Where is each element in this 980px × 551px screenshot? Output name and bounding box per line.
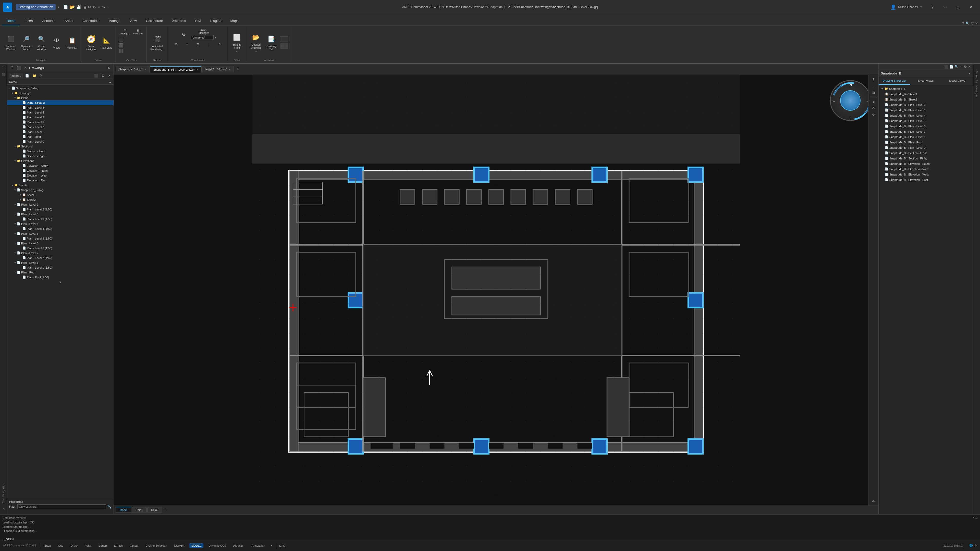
- cycling-btn[interactable]: Cycling Selection: [143, 543, 169, 548]
- filter-icon[interactable]: 🔧: [107, 505, 111, 509]
- tab-maps[interactable]: Maps: [226, 17, 243, 25]
- tree-sheet-plan5-sub[interactable]: 📄 Plan - Level 5 (1:50): [7, 236, 114, 241]
- amonitor-btn[interactable]: AMonitor: [231, 543, 247, 548]
- tree-elev-east[interactable]: 📄 Elevation - East: [7, 178, 114, 183]
- maximize-btn[interactable]: □: [952, 3, 964, 12]
- plan-view-btn[interactable]: 📐 Plan View: [99, 35, 114, 51]
- canvas-pan[interactable]: ✥: [871, 99, 876, 105]
- etrack-btn[interactable]: ETrack: [112, 543, 125, 548]
- animated-rendering-btn[interactable]: 🎬 AnimatedRendering...: [149, 33, 166, 52]
- tile-1[interactable]: [118, 37, 124, 42]
- tree-sheet-plan3-sub[interactable]: 📄 Plan - Level 3 (1:50): [7, 217, 114, 221]
- compass-widget[interactable]: N: [830, 80, 871, 121]
- coord-btn-5[interactable]: ⟳: [215, 42, 225, 47]
- rpanel-icon-3[interactable]: 🔍: [955, 65, 959, 68]
- rpanel-tab-sheetviews[interactable]: Sheet Views: [910, 77, 942, 85]
- qinput-btn[interactable]: QInput: [128, 543, 140, 548]
- rpanel-plan3[interactable]: 📄 Snaptrude_B - Plan - Level 3: [879, 107, 973, 113]
- canvas-zoom-in[interactable]: +: [871, 76, 875, 82]
- ribbon-minimize-btn[interactable]: ▽: [971, 21, 974, 25]
- viewtiles-btn[interactable]: ▦ ViewTiles: [132, 27, 144, 36]
- model-tab-model[interactable]: Model: [116, 507, 131, 513]
- tab-sheet[interactable]: Sheet: [60, 17, 78, 25]
- rpanel-dropdown-arrow[interactable]: ▼: [968, 72, 971, 75]
- coord-input[interactable]: [191, 35, 213, 40]
- ccs-manager-btn[interactable]: ⊕ CCSManager ▼: [177, 27, 218, 41]
- tree-plan-level4[interactable]: 📄 Plan - Level 4: [7, 110, 114, 115]
- tab-plugins[interactable]: Plugins: [206, 17, 226, 25]
- panel-close-btn[interactable]: ✕: [107, 73, 112, 78]
- rpanel-close-btn[interactable]: ✕: [968, 65, 971, 68]
- tree-sheet-plan2[interactable]: ▼ 📄 Plan - Level 2: [7, 202, 114, 207]
- undo-btn[interactable]: ↩: [97, 5, 100, 9]
- status-icon-1[interactable]: 🌐: [969, 544, 973, 547]
- rpanel-icon-4[interactable]: ↔: [959, 65, 963, 68]
- ribbon-close-btn[interactable]: ✕: [975, 21, 978, 25]
- ortho-btn[interactable]: Ortho: [68, 543, 80, 548]
- rpanel-plan1[interactable]: 📄 Snaptrude_B - Plan - Level 1: [879, 134, 973, 140]
- view-navigator-btn[interactable]: 🧭 ViewNavigator: [84, 33, 98, 52]
- redo-btn[interactable]: ↪: [102, 5, 105, 9]
- dynamic-ccs-btn[interactable]: Dynamic CCS: [207, 543, 228, 548]
- rpanel-plan6[interactable]: 📄 Snaptrude_B - Plan - Level 6: [879, 124, 973, 129]
- model-tab-hoja2[interactable]: Hoja2: [147, 507, 162, 513]
- tree-sheet-root[interactable]: ▼ 📄 Snaptrude_B.dwg: [7, 187, 114, 192]
- left-panel-icon-3[interactable]: ✕: [23, 65, 28, 70]
- rpanel-tab-sheets[interactable]: Drawing Sheet List: [879, 77, 910, 85]
- tree-sheet-plan6[interactable]: ▼ 📄 Plan - Level 6: [7, 241, 114, 246]
- tab-home[interactable]: Home: [2, 17, 20, 25]
- model-btn[interactable]: MODEL: [189, 543, 204, 548]
- tree-root-item[interactable]: ▼ 📄 Snaptrude_B.dwg: [7, 86, 114, 91]
- drawing-tab-snaptrude[interactable]: Snaptrude_B.dwg* ✕: [116, 66, 150, 73]
- tree-plan-level0[interactable]: 📄 Plan - Level 0: [7, 139, 114, 144]
- tab-annotate[interactable]: Annotate: [38, 17, 60, 25]
- tab-bim[interactable]: BIM: [191, 17, 206, 25]
- tile-3[interactable]: [118, 48, 124, 54]
- rpanel-icon-5[interactable]: ⚙: [964, 65, 967, 68]
- tree-elev-west[interactable]: 📄 Elevation - West: [7, 173, 114, 178]
- esnap-btn[interactable]: ESnap: [97, 543, 109, 548]
- grid-btn[interactable]: Grid: [56, 543, 65, 548]
- tree-sheet1[interactable]: ▼ 📋 Sheet1: [7, 192, 114, 197]
- canvas-settings-top[interactable]: ⚙: [871, 112, 876, 118]
- window-icon-2[interactable]: [280, 43, 288, 49]
- add-tab-btn[interactable]: +: [234, 66, 241, 73]
- left-panel-icon-2[interactable]: ⬛: [16, 65, 22, 70]
- question-icon-btn[interactable]: ?: [38, 73, 43, 78]
- tree-elev-south[interactable]: 📄 Elevation - South: [7, 163, 114, 168]
- help-btn[interactable]: ?: [926, 3, 939, 12]
- rpanel-plan7[interactable]: 📄 Snaptrude_B - Plan - Level 7: [879, 129, 973, 134]
- dynamic-zoom-btn[interactable]: 🔎 DynamicZoom: [19, 33, 33, 52]
- app-profile-dropdown[interactable]: Drafting and Annotation: [16, 4, 56, 10]
- annotation-dropdown[interactable]: ▼: [270, 544, 273, 547]
- canvas-rotate[interactable]: ⟳: [871, 106, 876, 111]
- canvas-settings-bottom[interactable]: ⚙: [871, 499, 876, 504]
- rpanel-root[interactable]: ▼ 📁 Snaptrude_B: [879, 86, 973, 91]
- tree-section-right[interactable]: 📄 Section - Right: [7, 154, 114, 159]
- rpanel-section-right[interactable]: 📄 Snaptrude_B - Section - Right: [879, 156, 973, 161]
- tab-xtratools[interactable]: XtraTools: [167, 17, 190, 25]
- rpanel-plan0[interactable]: 📄 Snaptrude_B - Plan - Level 0: [879, 145, 973, 150]
- tab-view[interactable]: View: [125, 17, 142, 25]
- drawing-tab-plan2[interactable]: Snaptrude_B_Pl... - Level 2.dwg* ✕: [150, 66, 202, 73]
- cmd-clear-btn[interactable]: ✕: [972, 516, 975, 519]
- snap-btn[interactable]: Snap: [42, 543, 53, 548]
- navigator-compass[interactable]: N: [830, 80, 871, 121]
- ribbon-help-btn[interactable]: ?: [962, 21, 964, 25]
- model-tab-hoja1[interactable]: Hoja1: [132, 507, 147, 513]
- bim-side-btn-3[interactable]: ⚙: [0, 506, 6, 512]
- add-model-tab[interactable]: +: [162, 507, 169, 513]
- tree-plan-level7[interactable]: 📄 Plan - Level 7: [7, 124, 114, 129]
- status-icon-2[interactable]: ⚙: [974, 544, 977, 547]
- rpanel-plan5[interactable]: 📄 Snaptrude_B - Plan - Level 5: [879, 118, 973, 124]
- tab-constraints[interactable]: Constraints: [78, 17, 104, 25]
- rpanel-sheet1[interactable]: 📋 Snaptrude_B - Sheet1: [879, 91, 973, 97]
- panel-settings-1[interactable]: ⬛: [93, 73, 100, 78]
- tree-plan-level6[interactable]: 📄 Plan - Level 6: [7, 120, 114, 124]
- named-btn[interactable]: 📋 Named...: [65, 35, 79, 51]
- tree-drawings[interactable]: ▼ 📁 Drawings: [7, 91, 114, 95]
- app-dropdown[interactable]: A Drafting and Annotation ▼: [3, 3, 60, 12]
- minimize-btn[interactable]: ─: [939, 3, 951, 12]
- rpanel-elev-east[interactable]: 📄 Snaptrude_B - Elevation - East: [879, 177, 973, 183]
- tree-plan-level3[interactable]: 📄 Plan - Level 3: [7, 105, 114, 110]
